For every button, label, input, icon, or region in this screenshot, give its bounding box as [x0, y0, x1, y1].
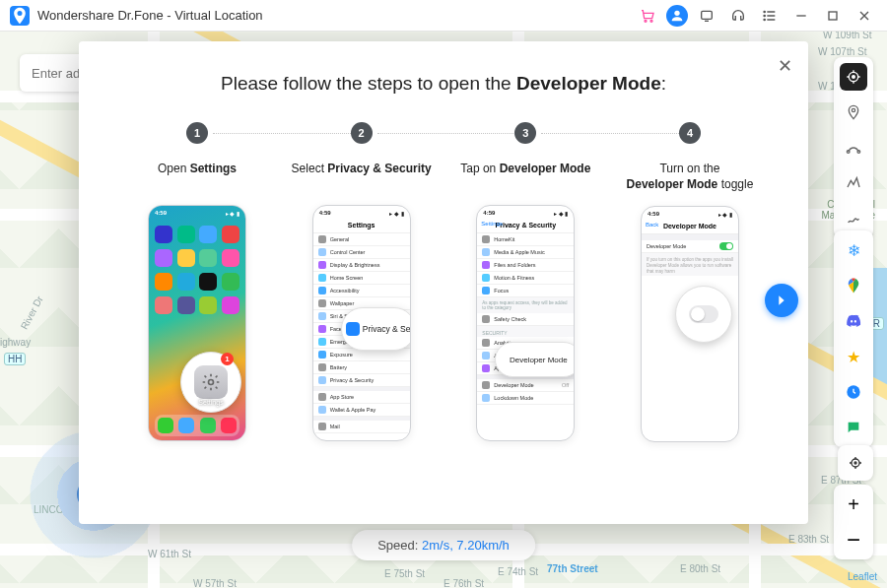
- svg-point-2: [674, 10, 679, 15]
- street-label: E 80th St: [680, 563, 720, 574]
- support-icon[interactable]: [725, 3, 751, 29]
- svg-point-12: [857, 151, 860, 154]
- street-label: W 107th St: [818, 46, 866, 57]
- gmaps-icon[interactable]: [840, 272, 867, 299]
- street-label: W 109th St: [823, 32, 871, 40]
- svg-point-15: [854, 462, 856, 464]
- street-label: E 76th St: [444, 578, 484, 588]
- cart-icon[interactable]: [635, 3, 660, 29]
- toolbar-zoom: + −: [834, 485, 873, 559]
- star-icon[interactable]: ★: [840, 343, 867, 370]
- svg-point-0: [645, 20, 647, 22]
- maximize-button[interactable]: [820, 3, 846, 29]
- next-button[interactable]: [765, 284, 798, 317]
- step-2: 2 Select Privacy & Security 4:59▸ ◆ ▮ Se…: [283, 122, 441, 441]
- step-number: 2: [351, 122, 373, 144]
- svg-point-10: [852, 108, 854, 111]
- menu-icon[interactable]: [757, 3, 783, 29]
- step-label: Tap on Developer Mode: [460, 162, 590, 191]
- mode-center-icon[interactable]: [840, 63, 867, 91]
- locate-icon[interactable]: [842, 449, 869, 477]
- street-label: ighway: [0, 337, 31, 348]
- minimize-button[interactable]: [788, 3, 814, 29]
- steps-row: 1 Open Settings 4:59▸ ◆ ▮ Settings 1: [108, 122, 779, 442]
- leaflet-link[interactable]: Leaflet: [848, 571, 877, 582]
- screen-icon[interactable]: [694, 3, 719, 29]
- toolbar-apps: ❄ ★: [834, 230, 873, 447]
- speed-pill[interactable]: Speed: 2m/s, 7.20km/h: [352, 530, 535, 560]
- step-number: 3: [514, 122, 536, 144]
- titlebar: Wondershare Dr.Fone - Virtual Location: [0, 0, 887, 32]
- svg-point-4: [764, 11, 765, 12]
- step-4-phone: 4:59▸ ◆ ▮ Back Developer Mode Developer …: [641, 206, 739, 442]
- dialog-close-button[interactable]: ✕: [778, 55, 792, 77]
- toolbar-locate: [838, 445, 873, 481]
- discord-icon[interactable]: [840, 307, 867, 335]
- step-label: Turn on the Developer Mode toggle: [627, 162, 754, 192]
- account-icon[interactable]: [666, 5, 688, 27]
- zoom-out-button[interactable]: −: [840, 526, 867, 554]
- step-2-phone: 4:59▸ ◆ ▮ Settings GeneralControl Center…: [312, 205, 411, 441]
- step-number: 4: [679, 122, 701, 144]
- step-4: 4 Turn on the Developer Mode toggle 4:59…: [611, 122, 769, 442]
- street-label: E 83th St: [788, 534, 829, 545]
- svg-point-16: [209, 380, 214, 385]
- step-label: Select Privacy & Security: [292, 162, 432, 191]
- street-label: W 57th St: [193, 578, 237, 588]
- station-label: 77th Street: [547, 563, 598, 574]
- step-label: Open Settings: [158, 162, 237, 191]
- developer-mode-dialog: ✕ Please follow the steps to open the De…: [79, 41, 808, 524]
- close-button[interactable]: [852, 3, 877, 29]
- mode-jump-icon[interactable]: [840, 205, 867, 232]
- toolbar-modes: [834, 57, 873, 238]
- chat-icon[interactable]: [840, 414, 867, 441]
- street-label: W 61th St: [148, 549, 191, 559]
- mode-multistop-icon[interactable]: [840, 169, 867, 197]
- step-1: 1 Open Settings 4:59▸ ◆ ▮ Settings 1: [118, 122, 276, 441]
- street-label: E 74th St: [498, 566, 538, 577]
- step-1-phone: 4:59▸ ◆ ▮ Settings 1: [148, 205, 246, 441]
- svg-rect-3: [702, 11, 713, 19]
- mode-teleport-icon[interactable]: [840, 98, 867, 126]
- step-3: 3 Tap on Developer Mode 4:59▸ ◆ ▮ Settin…: [446, 122, 604, 441]
- app-title: Wondershare Dr.Fone - Virtual Location: [37, 8, 263, 23]
- speed-value: 2m/s, 7.20km/h: [422, 538, 510, 553]
- mode-onestop-icon[interactable]: [840, 134, 867, 162]
- route-badge: HH: [4, 353, 26, 365]
- svg-point-1: [650, 20, 652, 22]
- zoom-in-button[interactable]: +: [840, 490, 867, 518]
- street-label: E 75th St: [384, 568, 425, 579]
- app-logo: [10, 6, 30, 26]
- clock-icon[interactable]: [840, 378, 867, 406]
- snow-icon[interactable]: ❄: [840, 236, 867, 264]
- svg-point-11: [847, 151, 850, 154]
- step-number: 1: [186, 122, 208, 144]
- svg-point-5: [764, 15, 765, 16]
- step-3-phone: 4:59▸ ◆ ▮ Settings Privacy & Security Ho…: [476, 205, 575, 441]
- speed-label: Speed:: [377, 538, 418, 553]
- street-label: River Dr: [19, 294, 45, 332]
- dialog-title: Please follow the steps to open the Deve…: [108, 73, 779, 95]
- magnify-toggle: [675, 286, 732, 343]
- svg-rect-7: [829, 12, 837, 20]
- svg-point-6: [764, 19, 765, 20]
- magnify-devmode: Developer Mode: [495, 342, 575, 377]
- settings-badge: 1: [221, 353, 234, 365]
- svg-point-9: [853, 76, 855, 79]
- magnify-privacy: Privacy & Se: [341, 307, 411, 351]
